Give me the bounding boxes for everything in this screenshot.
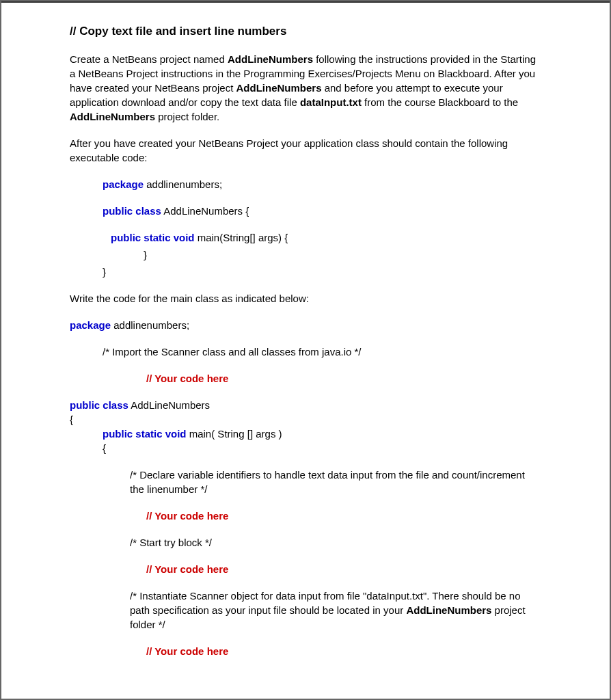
keyword-public-static-void: public static void bbox=[111, 232, 195, 243]
code-brace-open: { bbox=[70, 412, 541, 427]
code-block-1: package addlinenumbers; public class Add… bbox=[70, 177, 541, 279]
paragraph-2: After you have created your NetBeans Pro… bbox=[70, 136, 541, 165]
p1-bold-2: AddLineNumbers bbox=[236, 82, 321, 94]
code-brace-open: { bbox=[70, 441, 541, 455]
code-text: AddLineNumbers bbox=[128, 399, 210, 411]
comment-bold: AddLineNumbers bbox=[406, 604, 491, 616]
p1-text: from the course Blackboard to the bbox=[362, 96, 518, 108]
keyword-public-class: public class bbox=[103, 205, 161, 217]
page-title: // Copy text file and insert line number… bbox=[70, 23, 541, 40]
code-package-line: package addlinenumbers; bbox=[70, 318, 541, 332]
code-text: main(String[] args) { bbox=[195, 232, 288, 243]
code-text: main( String [] args ) bbox=[187, 428, 282, 440]
p1-bold-1: AddLineNumbers bbox=[228, 53, 313, 65]
placeholder-comment: // Your code here bbox=[70, 371, 541, 386]
placeholder-comment: // Your code here bbox=[70, 509, 541, 523]
code-text: addlinenumbers; bbox=[111, 319, 189, 331]
code-comment-import: /* Import the Scanner class and all clas… bbox=[70, 345, 541, 359]
p1-text: Create a NetBeans project named bbox=[70, 53, 228, 65]
code-text: AddLineNumbers { bbox=[161, 205, 249, 217]
document-page: // Copy text file and insert line number… bbox=[1, 1, 610, 699]
code-close-brace: } bbox=[103, 265, 541, 279]
code-comment-try: /* Start try block */ bbox=[70, 535, 541, 550]
code-main-decl: public static void main( String [] args … bbox=[70, 427, 541, 441]
placeholder-comment: // Your code here bbox=[70, 562, 541, 576]
code-comment-scanner: /* Instantiate Scanner object for data i… bbox=[70, 589, 541, 632]
placeholder-comment: // Your code here bbox=[70, 644, 541, 658]
p1-text: project folder. bbox=[155, 111, 219, 122]
p1-bold-3: dataInput.txt bbox=[300, 96, 362, 108]
keyword-public-static-void: public static void bbox=[103, 428, 187, 440]
code-class-decl: public class AddLineNumbers bbox=[70, 398, 541, 412]
paragraph-1: Create a NetBeans project named AddLineN… bbox=[70, 52, 541, 124]
code-close-brace: } bbox=[103, 247, 541, 262]
paragraph-3: Write the code for the main class as ind… bbox=[70, 291, 541, 306]
code-text: addlinenumbers; bbox=[144, 178, 222, 190]
keyword-package: package bbox=[70, 319, 111, 331]
code-comment-declare: /* Declare variable identifiers to handl… bbox=[70, 468, 541, 496]
keyword-public-class: public class bbox=[70, 399, 128, 411]
keyword-package: package bbox=[103, 178, 144, 190]
p1-bold-4: AddLineNumbers bbox=[70, 111, 155, 122]
